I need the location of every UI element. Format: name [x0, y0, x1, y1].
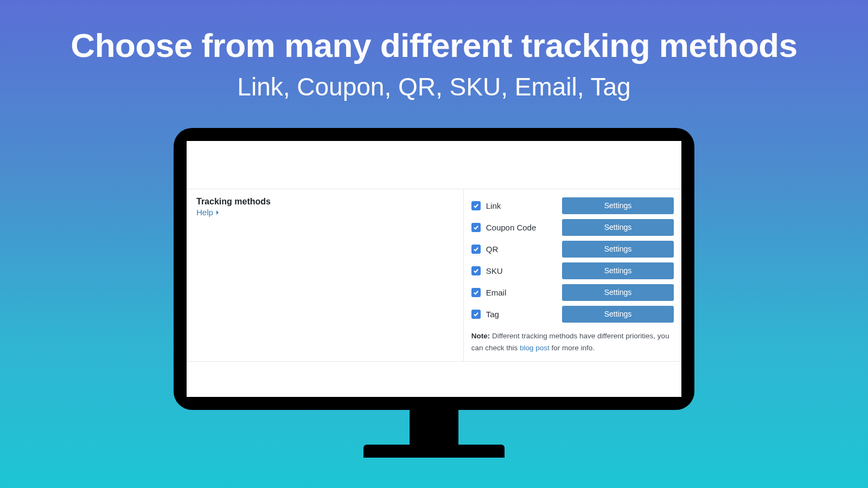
note-prefix: Note: — [471, 332, 490, 340]
method-label: Link — [486, 201, 562, 210]
tracking-methods-panel: Tracking methods Help Link Settings Cou — [187, 189, 681, 362]
screen-header-blank — [187, 141, 681, 189]
method-row-sku: SKU Settings — [471, 260, 674, 281]
method-row-tag: Tag Settings — [471, 303, 674, 325]
settings-button-email[interactable]: Settings — [562, 284, 674, 301]
method-row-email: Email Settings — [471, 281, 674, 303]
monitor-frame: Tracking methods Help Link Settings Cou — [174, 128, 694, 458]
check-icon — [473, 224, 479, 230]
app-screen: Tracking methods Help Link Settings Cou — [187, 141, 681, 397]
check-icon — [473, 246, 479, 252]
check-icon — [473, 311, 479, 317]
method-label: SKU — [486, 266, 562, 275]
help-link-label: Help — [196, 208, 213, 217]
monitor-stand-neck — [410, 410, 458, 445]
checkbox-tag[interactable] — [471, 310, 481, 319]
chevron-right-icon — [215, 210, 220, 215]
blog-post-link[interactable]: blog post — [520, 344, 550, 352]
settings-button-qr[interactable]: Settings — [562, 241, 674, 258]
priority-note: Note: Different tracking methods have di… — [471, 330, 674, 354]
method-row-qr: QR Settings — [471, 238, 674, 260]
help-link[interactable]: Help — [196, 208, 220, 217]
checkbox-email[interactable] — [471, 288, 481, 297]
method-label: Email — [486, 288, 562, 297]
method-label: Coupon Code — [486, 223, 562, 232]
panel-title: Tracking methods — [196, 197, 454, 207]
method-label: QR — [486, 245, 562, 254]
check-icon — [473, 290, 479, 296]
panel-sidebar: Tracking methods Help — [187, 189, 464, 361]
method-label: Tag — [486, 310, 562, 319]
settings-button-sku[interactable]: Settings — [562, 262, 674, 279]
checkbox-coupon[interactable] — [471, 223, 481, 232]
method-row-coupon: Coupon Code Settings — [471, 216, 674, 238]
hero-subhead: Link, Coupon, QR, SKU, Email, Tag — [0, 72, 868, 101]
settings-button-tag[interactable]: Settings — [562, 306, 674, 323]
settings-button-coupon[interactable]: Settings — [562, 219, 674, 236]
monitor-bezel: Tracking methods Help Link Settings Cou — [174, 128, 694, 410]
check-icon — [473, 203, 479, 209]
method-row-link: Link Settings — [471, 195, 674, 216]
settings-button-link[interactable]: Settings — [562, 197, 674, 214]
note-text-after: for more info. — [550, 344, 595, 352]
hero-headline: Choose from many different tracking meth… — [0, 26, 868, 65]
checkbox-sku[interactable] — [471, 266, 481, 275]
monitor-stand-base — [363, 445, 505, 458]
panel-options: Link Settings Coupon Code Settings QR Se… — [464, 189, 681, 361]
check-icon — [473, 268, 479, 274]
checkbox-qr[interactable] — [471, 245, 481, 254]
checkbox-link[interactable] — [471, 201, 481, 210]
